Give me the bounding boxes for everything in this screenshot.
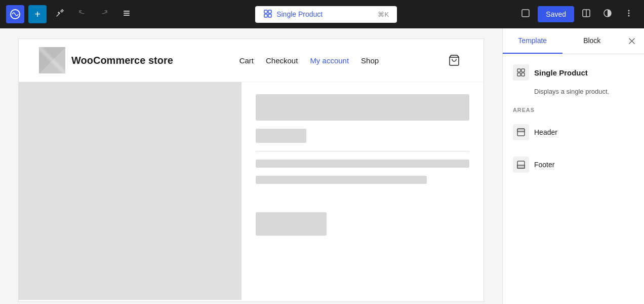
product-divider-1 [256, 151, 469, 151]
store-logo [39, 47, 65, 73]
nav-cart[interactable]: Cart [239, 56, 254, 65]
svg-point-14 [628, 15, 630, 17]
product-details [242, 82, 484, 300]
template-title: Single Product [534, 68, 588, 77]
template-title-row: Single Product [513, 64, 634, 81]
saved-button[interactable]: Saved [538, 6, 574, 22]
view-button[interactable] [516, 5, 535, 23]
svg-rect-19 [521, 73, 525, 76]
template-info: Single Product Displays a single product… [513, 64, 634, 178]
store-name: WooCommerce store [71, 55, 173, 66]
product-layout [19, 82, 484, 300]
template-shortcut: ⌘K [378, 11, 389, 18]
store-logo-area: WooCommerce store [39, 47, 173, 73]
svg-rect-17 [521, 69, 525, 72]
svg-rect-5 [268, 10, 271, 13]
template-pill-icon [263, 9, 272, 20]
list-view-button[interactable] [117, 5, 136, 23]
footer-area-label: Footer [534, 161, 554, 169]
svg-rect-23 [517, 165, 525, 168]
tools-icon [55, 9, 64, 20]
add-icon: + [34, 9, 41, 20]
product-title-placeholder [256, 94, 469, 121]
template-pill-left: Single Product [263, 9, 323, 20]
panel-tabs: Template Block [503, 28, 644, 54]
more-icon [624, 9, 633, 20]
editor: WooCommerce store Cart Checkout My accou… [0, 28, 502, 304]
tools-button[interactable] [51, 5, 69, 23]
areas-label: AREAS [513, 107, 634, 113]
add-block-button[interactable]: + [28, 5, 47, 23]
svg-point-12 [628, 10, 630, 12]
toolbar: + Single Product ⌘K [0, 0, 644, 28]
undo-icon [77, 9, 87, 20]
wp-logo[interactable] [6, 5, 24, 23]
svg-rect-4 [264, 10, 267, 13]
template-description: Displays a single product. [534, 87, 634, 97]
svg-rect-21 [517, 129, 525, 132]
svg-rect-6 [264, 14, 267, 17]
footer-area-icon [513, 157, 529, 173]
product-image [19, 82, 242, 300]
right-panel: Template Block Single Product Displays a… [502, 28, 644, 304]
toolbar-center: Single Product ⌘K [140, 6, 512, 23]
tab-template[interactable]: Template [503, 28, 562, 54]
panel-close-button[interactable] [622, 31, 642, 51]
nav-myaccount[interactable]: My account [310, 56, 349, 65]
svg-rect-2 [124, 13, 130, 14]
styles-icon [603, 9, 612, 20]
product-spacer [256, 192, 469, 204]
area-item-header[interactable]: Header [513, 119, 634, 145]
panel-content: Single Product Displays a single product… [503, 54, 644, 304]
canvas: WooCommerce store Cart Checkout My accou… [18, 39, 484, 302]
cart-icon[interactable] [445, 51, 463, 69]
undo-button[interactable] [73, 5, 91, 23]
product-price-placeholder [256, 129, 306, 143]
list-view-icon [122, 9, 131, 20]
header-area-label: Header [534, 128, 557, 136]
area-item-footer[interactable]: Footer [513, 151, 634, 178]
header-area-icon [513, 124, 529, 140]
svg-rect-16 [517, 69, 520, 72]
product-desc-1 [256, 160, 469, 168]
store-nav: Cart Checkout My account Shop [239, 56, 379, 65]
redo-button[interactable] [95, 5, 113, 23]
svg-rect-3 [124, 15, 130, 16]
layout-button[interactable] [577, 5, 595, 23]
layout-icon [582, 9, 591, 20]
toolbar-right: Saved [516, 5, 638, 23]
product-desc-2 [256, 176, 427, 184]
svg-rect-8 [522, 10, 529, 17]
svg-rect-1 [124, 11, 130, 12]
template-pill[interactable]: Single Product ⌘K [255, 6, 397, 23]
svg-point-13 [628, 13, 630, 14]
view-icon [521, 9, 530, 20]
redo-icon [100, 9, 109, 20]
styles-button[interactable] [598, 5, 617, 23]
tab-block[interactable]: Block [562, 28, 622, 54]
main-area: WooCommerce store Cart Checkout My accou… [0, 28, 644, 304]
store-header: WooCommerce store Cart Checkout My accou… [19, 39, 484, 82]
template-pill-name: Single Product [276, 10, 323, 18]
svg-rect-7 [268, 14, 271, 17]
nav-checkout[interactable]: Checkout [266, 56, 298, 65]
nav-shop[interactable]: Shop [361, 56, 379, 65]
svg-rect-18 [517, 73, 520, 76]
product-add-to-cart [256, 212, 327, 236]
template-icon [513, 64, 529, 81]
more-options-button[interactable] [620, 5, 638, 23]
